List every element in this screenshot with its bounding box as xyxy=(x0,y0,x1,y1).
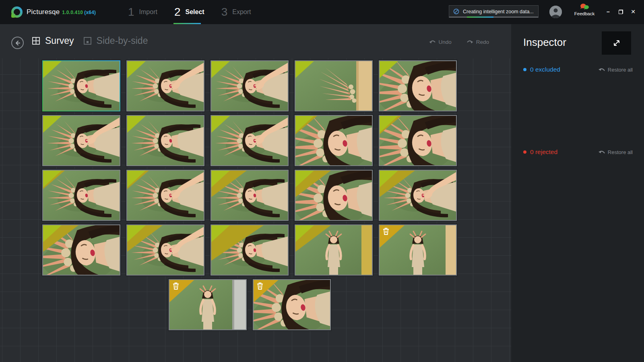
active-step-underline xyxy=(173,23,201,24)
minimize-button[interactable]: – xyxy=(605,8,612,15)
feedback-label: Feedback xyxy=(573,11,596,16)
photo-thumbnail[interactable] xyxy=(253,279,331,330)
step-import[interactable]: 1 Import xyxy=(128,0,157,24)
photo-thumbnail[interactable] xyxy=(126,115,204,166)
side-by-side-label: Side-by-side xyxy=(97,35,148,46)
progress-spinner-icon xyxy=(453,8,459,14)
survey-label: Survey xyxy=(45,35,74,46)
restore-arrow-icon xyxy=(598,150,605,155)
restore-arrow-icon xyxy=(598,67,605,72)
undo-button[interactable]: Undo xyxy=(429,39,451,45)
title-bar: Picturesqe1.0.0.410(x64) 1 Import 2 Sele… xyxy=(0,0,644,24)
photo-thumbnail[interactable] xyxy=(211,224,289,276)
app-arch: (x64) xyxy=(84,10,96,15)
photo-thumbnail[interactable] xyxy=(211,115,289,166)
photo-image xyxy=(380,61,456,111)
photo-thumbnail[interactable] xyxy=(42,60,120,111)
thumbnail-row xyxy=(42,170,457,221)
redo-label: Redo xyxy=(476,39,489,45)
photo-thumbnail[interactable] xyxy=(42,115,120,166)
photo-image xyxy=(43,116,120,165)
photo-image xyxy=(211,116,288,165)
status-progress-fill xyxy=(467,16,493,18)
wizard-steps: 1 Import 2 Select 3 Export xyxy=(128,0,251,24)
select-workspace: Survey Side-by-side Undo xyxy=(0,24,511,362)
inspector-title: Inspector xyxy=(523,36,566,49)
view-toolbar: Survey Side-by-side Undo xyxy=(0,24,511,58)
restore-icon xyxy=(619,10,623,14)
excluded-dot-icon xyxy=(523,68,526,71)
trash-icon xyxy=(382,227,390,236)
photo-thumbnail[interactable] xyxy=(126,224,204,276)
photo-thumbnail[interactable] xyxy=(379,170,457,221)
user-avatar[interactable] xyxy=(549,6,562,18)
view-mode-survey[interactable]: Survey xyxy=(32,35,74,46)
redo-arrow-icon xyxy=(467,40,473,45)
photo-image xyxy=(211,61,288,111)
trash-icon xyxy=(256,282,264,290)
view-mode-switch: Survey Side-by-side xyxy=(32,35,148,46)
photo-thumbnail[interactable] xyxy=(126,170,204,221)
photo-thumbnail[interactable] xyxy=(42,224,120,276)
inspector-expand-button[interactable] xyxy=(602,31,631,55)
restore-all-label: Restore all xyxy=(608,67,633,73)
photo-thumbnail[interactable] xyxy=(379,60,457,111)
redo-button[interactable]: Redo xyxy=(467,39,489,45)
window-controls: – ✕ xyxy=(605,8,637,15)
photo-image xyxy=(43,61,120,111)
photo-grid xyxy=(0,58,511,362)
photo-thumbnail[interactable] xyxy=(211,60,289,111)
rejected-dot-icon xyxy=(523,150,526,154)
step-export-number: 3 xyxy=(221,6,228,19)
step-import-number: 1 xyxy=(128,6,134,19)
thumbnail-row xyxy=(42,115,457,166)
step-export[interactable]: 3 Export xyxy=(221,0,251,24)
photo-thumbnail[interactable] xyxy=(379,224,457,276)
rejected-count: 0 rejected xyxy=(523,148,557,156)
side-by-side-view-icon xyxy=(84,37,91,45)
view-mode-side-by-side[interactable]: Side-by-side xyxy=(84,35,148,46)
app-name: Picturesqe xyxy=(27,8,60,16)
inspector-panel: Inspector 0 excluded Restore all xyxy=(511,24,644,362)
photo-thumbnail[interactable] xyxy=(295,60,373,111)
photo-image xyxy=(127,61,204,111)
restore-all-label: Restore all xyxy=(608,149,633,155)
photo-image xyxy=(127,116,204,165)
step-export-label: Export xyxy=(232,8,251,16)
feedback-button[interactable]: Feedback xyxy=(573,3,596,16)
grid-view-icon xyxy=(32,37,40,45)
photo-thumbnail[interactable] xyxy=(211,170,289,221)
thumbnail-row xyxy=(42,279,457,330)
status-message: Creating intelligent zoom data... xyxy=(463,9,534,14)
photo-thumbnail[interactable] xyxy=(295,115,373,166)
restore-all-rejected-button[interactable]: Restore all xyxy=(598,149,633,155)
close-button[interactable]: ✕ xyxy=(630,8,637,15)
feedback-bubbles-icon xyxy=(580,3,589,10)
excluded-label: 0 excluded xyxy=(530,66,560,73)
step-import-label: Import xyxy=(139,8,157,16)
thumbnail-row xyxy=(42,224,457,276)
rejected-label: 0 rejected xyxy=(530,148,557,156)
restore-all-excluded-button[interactable]: Restore all xyxy=(598,67,633,73)
app-version: 1.0.0.410 xyxy=(62,10,83,15)
photo-thumbnail[interactable] xyxy=(295,170,373,221)
arrow-left-icon xyxy=(14,40,21,46)
photo-image xyxy=(295,61,372,111)
thumbnail-row xyxy=(42,60,457,111)
photo-thumbnail[interactable] xyxy=(379,115,457,166)
background-task-status: Creating intelligent zoom data... xyxy=(449,5,539,18)
status-progress-bar xyxy=(449,16,538,18)
back-button[interactable] xyxy=(11,37,24,49)
photo-thumbnail[interactable] xyxy=(295,224,373,276)
app-title: Picturesqe1.0.0.410(x64) xyxy=(27,8,96,16)
step-select-number: 2 xyxy=(174,6,181,19)
photo-thumbnail[interactable] xyxy=(42,170,120,221)
undo-arrow-icon xyxy=(429,40,436,45)
photo-thumbnail[interactable] xyxy=(169,279,247,330)
trash-icon xyxy=(171,282,180,290)
restore-button[interactable] xyxy=(617,8,624,15)
undo-label: Undo xyxy=(438,39,451,45)
photo-thumbnail[interactable] xyxy=(126,60,204,111)
step-select[interactable]: 2 Select xyxy=(174,0,204,24)
person-icon xyxy=(549,6,562,18)
